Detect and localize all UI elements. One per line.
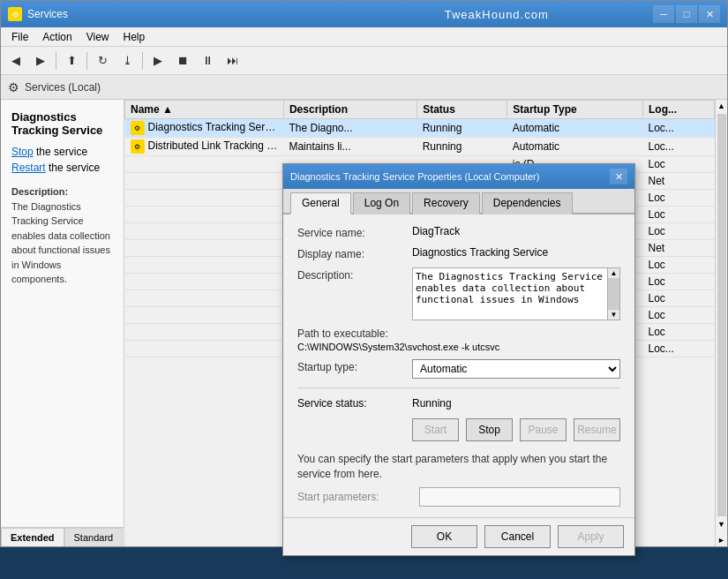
scroll-right-arrow[interactable]: ►: [716, 534, 727, 546]
col-name[interactable]: Name ▲: [125, 101, 284, 119]
start-params-label: Start parameters:: [297, 491, 412, 503]
service-name-value: DiagTrack: [412, 225, 460, 237]
pause-service-button[interactable]: Pause: [520, 418, 567, 441]
bottom-tabs: Extended Standard: [1, 527, 124, 546]
start-params-input[interactable]: [419, 487, 620, 507]
display-name-row: Display name: Diagnostics Tracking Servi…: [297, 246, 620, 260]
dialog-content: Service name: DiagTrack Display name: Di…: [283, 214, 634, 517]
divider: [297, 387, 620, 388]
scroll-down-arrow[interactable]: ▼: [716, 518, 727, 530]
description-textarea[interactable]: The Diagnostics Tracking Service enables…: [412, 267, 608, 320]
address-label: Services (Local): [25, 81, 101, 94]
display-name-label: Display name:: [297, 246, 412, 260]
table-row[interactable]: ⚙Distributed Link Tracking Cl... Maintai…: [125, 138, 715, 156]
service-control-buttons: Start Stop Pause Resume: [297, 418, 620, 441]
menu-view[interactable]: View: [79, 29, 116, 45]
cancel-button[interactable]: Cancel: [484, 525, 551, 548]
restart-button[interactable]: ⏭: [221, 49, 244, 72]
tab-recovery[interactable]: Recovery: [412, 192, 480, 214]
description-label: Description:: [11, 186, 68, 197]
desc-field-label: Description:: [297, 267, 412, 282]
startup-type-row: Startup type: Automatic Automatic (Delay…: [297, 359, 620, 379]
desc-scroll-up[interactable]: ▲: [608, 268, 619, 278]
restart-service-link: Restart the service: [11, 162, 113, 174]
minimize-button[interactable]: ─: [653, 5, 674, 23]
scrollbar-right[interactable]: ▲ ▼ ►: [715, 100, 727, 546]
menu-action[interactable]: Action: [35, 29, 79, 45]
tab-extended[interactable]: Extended: [1, 528, 64, 546]
toolbar-separator-3: [142, 52, 143, 70]
menu-bar: File Action View Help: [1, 27, 727, 47]
description-value: The Diagnostics Tracking Service enables…: [11, 201, 110, 285]
service-status-value: Running: [412, 397, 452, 410]
stop-service-button[interactable]: Stop: [466, 418, 513, 441]
service-name-label: Service name:: [297, 225, 412, 239]
window-title: Services: [27, 8, 341, 20]
ok-button[interactable]: OK: [411, 525, 477, 548]
properties-dialog: Diagnostics Tracking Service Properties …: [282, 163, 635, 556]
col-description[interactable]: Description: [283, 101, 417, 119]
up-button[interactable]: ⬆: [60, 49, 83, 72]
tab-standard[interactable]: Standard: [64, 528, 124, 546]
export-button[interactable]: ⤓: [116, 49, 139, 72]
startup-type-label: Startup type:: [297, 359, 412, 373]
brand-text: TweakHound.com: [341, 8, 654, 21]
toolbar: ◀ ▶ ⬆ ↻ ⤓ ▶ ⏹ ⏸ ⏭: [1, 47, 727, 75]
table-row[interactable]: ⚙Diagnostics Tracking Service The Diagno…: [125, 119, 715, 138]
close-button[interactable]: ✕: [699, 5, 720, 23]
left-panel: Diagnostics Tracking Service Stop the se…: [1, 100, 124, 546]
dialog-title: Diagnostics Tracking Service Properties …: [290, 171, 610, 182]
resume-service-button[interactable]: Resume: [574, 418, 620, 441]
address-icon: ⚙: [8, 80, 19, 94]
path-value: C:\WINDOWS\System32\svchost.exe -k utcsv…: [297, 342, 620, 352]
address-bar: ⚙ Services (Local): [1, 75, 727, 100]
scroll-up-arrow[interactable]: ▲: [716, 100, 727, 112]
stop-service-link: Stop the service: [11, 146, 113, 158]
maximize-button[interactable]: □: [676, 5, 697, 23]
dialog-footer: OK Cancel Apply: [283, 517, 634, 555]
service-status-row: Service status: Running: [297, 397, 620, 410]
apply-button[interactable]: Apply: [558, 525, 624, 548]
start-params-row: Start parameters:: [297, 487, 620, 507]
path-row: Path to executable: C:\WINDOWS\System32\…: [297, 327, 620, 352]
restart-link[interactable]: Restart: [11, 162, 46, 174]
service-info-panel: Diagnostics Tracking Service Stop the se…: [1, 100, 124, 297]
start-service-button[interactable]: Start: [412, 418, 459, 441]
tab-logon[interactable]: Log On: [353, 192, 410, 214]
stop-text: the service: [36, 146, 87, 158]
col-logon[interactable]: Log...: [642, 101, 714, 119]
tab-general[interactable]: General: [290, 192, 351, 214]
play-button[interactable]: ▶: [146, 49, 169, 72]
toolbar-separator-1: [56, 52, 56, 70]
title-bar: ⚙ Services TweakHound.com ─ □ ✕: [1, 1, 727, 27]
desc-field-wrapper: The Diagnostics Tracking Service enables…: [412, 267, 620, 320]
service-panel-title: Diagnostics Tracking Service: [11, 110, 113, 137]
menu-help[interactable]: Help: [116, 29, 153, 45]
path-label: Path to executable:: [297, 327, 620, 340]
dialog-close-button[interactable]: ✕: [610, 169, 627, 184]
col-startup[interactable]: Startup Type: [507, 101, 643, 119]
row-icon: ⚙: [131, 121, 145, 135]
stop-link[interactable]: Stop: [11, 146, 34, 158]
toolbar-separator-2: [86, 52, 87, 70]
stop-button[interactable]: ⏹: [171, 49, 194, 72]
forward-button[interactable]: ▶: [29, 49, 52, 72]
start-params-text: You can specify the start parameters tha…: [297, 452, 620, 482]
tab-dependencies[interactable]: Dependencies: [482, 192, 573, 214]
menu-file[interactable]: File: [4, 29, 35, 45]
service-status-label: Service status:: [297, 397, 412, 410]
service-name-row: Service name: DiagTrack: [297, 225, 620, 239]
refresh-button[interactable]: ↻: [91, 49, 114, 72]
pause-button[interactable]: ⏸: [196, 49, 219, 72]
window-controls: ─ □ ✕: [653, 5, 720, 23]
dialog-title-bar: Diagnostics Tracking Service Properties …: [283, 164, 634, 189]
col-status[interactable]: Status: [417, 101, 507, 119]
startup-type-select[interactable]: Automatic Automatic (Delayed Start) Manu…: [412, 359, 620, 379]
back-button[interactable]: ◀: [4, 49, 27, 72]
description-row: Description: The Diagnostics Tracking Se…: [297, 267, 620, 320]
desc-scroll-down[interactable]: ▼: [608, 310, 619, 320]
dialog-tabs: General Log On Recovery Dependencies: [283, 189, 634, 214]
restart-text: the service: [49, 162, 100, 174]
display-name-value: Diagnostics Tracking Service: [412, 246, 548, 259]
app-icon: ⚙: [8, 7, 22, 21]
